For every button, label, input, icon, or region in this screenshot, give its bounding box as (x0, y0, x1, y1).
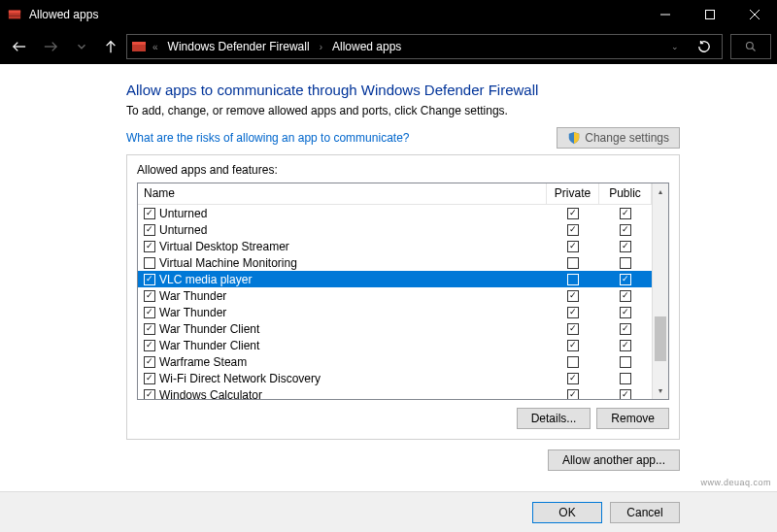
public-checkbox[interactable] (620, 389, 631, 400)
private-checkbox[interactable] (567, 241, 579, 252)
enabled-checkbox[interactable] (144, 208, 155, 219)
enabled-checkbox[interactable] (144, 257, 155, 269)
private-checkbox[interactable] (567, 290, 579, 302)
refresh-button[interactable] (691, 35, 718, 58)
table-row[interactable]: War Thunder Client (138, 320, 652, 337)
private-checkbox[interactable] (567, 224, 579, 236)
table-row[interactable]: War Thunder (138, 304, 652, 320)
apps-table: Name Private Public UnturnedUnturnedVirt… (137, 183, 669, 400)
forward-button[interactable] (37, 33, 64, 60)
scroll-down-button[interactable]: ▾ (653, 382, 668, 399)
public-checkbox[interactable] (620, 323, 631, 335)
table-row[interactable]: Unturned (138, 221, 652, 238)
table-row[interactable]: War Thunder Client (138, 337, 652, 353)
footer: OK Cancel (0, 491, 777, 532)
content-area: Allow apps to communicate through Window… (0, 64, 777, 532)
title-bar-left: Allowed apps (0, 8, 98, 21)
table-row[interactable]: Virtual Desktop Streamer (138, 238, 652, 254)
table-row[interactable]: Windows Calculator (138, 386, 652, 399)
scroll-up-button[interactable]: ▴ (653, 183, 668, 200)
private-checkbox[interactable] (567, 356, 579, 368)
table-row[interactable]: War Thunder (138, 287, 652, 304)
column-public[interactable]: Public (599, 183, 652, 204)
column-private[interactable]: Private (547, 183, 599, 204)
up-button[interactable] (99, 33, 122, 60)
search-input[interactable] (730, 34, 771, 59)
svg-rect-4 (706, 11, 715, 19)
maximize-button[interactable] (688, 0, 732, 29)
public-checkbox[interactable] (620, 340, 631, 351)
minimize-button[interactable] (643, 0, 688, 29)
private-checkbox[interactable] (567, 340, 579, 351)
breadcrumb[interactable]: « Windows Defender Firewall › Allowed ap… (126, 34, 723, 59)
public-checkbox[interactable] (620, 257, 631, 269)
close-button[interactable] (732, 0, 777, 29)
chevron-right-icon: › (318, 42, 324, 52)
breadcrumb-item[interactable]: Windows Defender Firewall (164, 38, 314, 55)
app-name: War Thunder (157, 306, 547, 319)
enabled-checkbox[interactable] (144, 290, 155, 302)
app-name: Windows Calculator (157, 388, 547, 400)
remove-button[interactable]: Remove (596, 408, 669, 429)
details-button[interactable]: Details... (517, 408, 591, 429)
private-checkbox[interactable] (567, 373, 579, 384)
firewall-icon (131, 39, 147, 54)
enabled-checkbox[interactable] (144, 356, 155, 368)
table-row[interactable]: Unturned (138, 205, 652, 221)
enabled-checkbox[interactable] (144, 274, 155, 285)
scrollbar[interactable]: ▴ ▾ (652, 183, 668, 399)
enabled-checkbox[interactable] (144, 389, 155, 400)
app-name: Virtual Desktop Streamer (157, 240, 547, 253)
recent-dropdown[interactable] (68, 33, 95, 60)
breadcrumb-item[interactable]: Allowed apps (328, 38, 405, 55)
public-checkbox[interactable] (620, 290, 631, 302)
public-checkbox[interactable] (620, 356, 631, 368)
app-name: Unturned (157, 207, 547, 220)
private-checkbox[interactable] (567, 208, 579, 219)
enabled-checkbox[interactable] (144, 241, 155, 252)
svg-rect-1 (9, 11, 20, 14)
back-button[interactable] (6, 33, 33, 60)
enabled-checkbox[interactable] (144, 307, 155, 318)
ok-button[interactable]: OK (532, 502, 602, 523)
change-settings-button[interactable]: Change settings (557, 127, 680, 149)
table-header: Name Private Public (138, 183, 652, 205)
table-row[interactable]: Wi-Fi Direct Network Discovery (138, 370, 652, 386)
scroll-track[interactable] (653, 200, 668, 382)
private-checkbox[interactable] (567, 274, 579, 285)
app-name: Unturned (157, 223, 547, 237)
chevron-left-icon: « (151, 42, 160, 52)
table-row[interactable]: VLC media player (138, 271, 652, 287)
public-checkbox[interactable] (620, 373, 631, 384)
svg-rect-11 (132, 42, 146, 45)
private-checkbox[interactable] (567, 257, 579, 269)
window-buttons (643, 0, 777, 29)
public-checkbox[interactable] (620, 274, 631, 285)
cancel-button[interactable]: Cancel (610, 502, 680, 523)
public-checkbox[interactable] (620, 224, 631, 236)
scroll-thumb[interactable] (655, 316, 666, 361)
app-name: War Thunder (157, 289, 547, 303)
enabled-checkbox[interactable] (144, 373, 155, 384)
table-row[interactable]: Virtual Machine Monitoring (138, 254, 652, 271)
enabled-checkbox[interactable] (144, 340, 155, 351)
enabled-checkbox[interactable] (144, 224, 155, 236)
table-row[interactable]: Warframe Steam (138, 353, 652, 370)
window-title: Allowed apps (29, 8, 98, 21)
risks-link[interactable]: What are the risks of allowing an app to… (126, 131, 409, 145)
chevron-down-icon[interactable]: ⌄ (663, 42, 687, 51)
app-name: War Thunder Client (157, 339, 547, 352)
app-name: Virtual Machine Monitoring (157, 256, 547, 270)
public-checkbox[interactable] (620, 208, 631, 219)
public-checkbox[interactable] (620, 241, 631, 252)
private-checkbox[interactable] (567, 307, 579, 318)
private-checkbox[interactable] (567, 323, 579, 335)
column-name[interactable]: Name (138, 183, 547, 204)
allow-another-app-button[interactable]: Allow another app... (548, 449, 680, 471)
shield-icon (567, 131, 581, 145)
enabled-checkbox[interactable] (144, 323, 155, 335)
search-icon (745, 41, 757, 52)
page-subtitle: To add, change, or remove allowed apps a… (126, 104, 680, 117)
public-checkbox[interactable] (620, 307, 631, 318)
private-checkbox[interactable] (567, 389, 579, 400)
